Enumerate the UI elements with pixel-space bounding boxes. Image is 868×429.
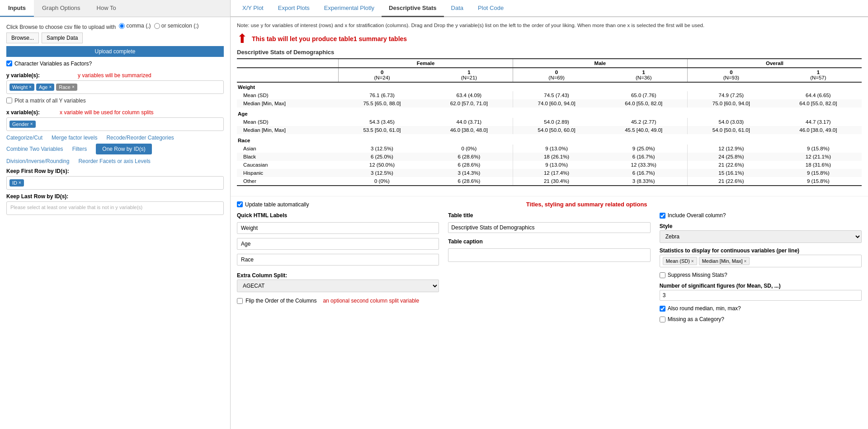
table-caption-label: Table caption: [448, 238, 650, 245]
tab-experimental[interactable]: Experimental Plotly: [317, 0, 382, 17]
table-row: Other0 (0%)6 (28.6%)21 (30.4%)3 (8.33%)2…: [237, 177, 862, 186]
filters-link[interactable]: Filters: [72, 144, 87, 154]
stats-table: Female Male Overall 0(N=24) 1(N=21) 0(N=…: [237, 58, 862, 186]
suppress-missing-label: Suppress Missing Stats?: [668, 272, 727, 278]
x-vars-label: x variable(s):: [6, 109, 40, 116]
comma-radio[interactable]: [119, 23, 125, 29]
table-row: Asian3 (12.5%)0 (0%)9 (13.0%)9 (25.0%)12…: [237, 145, 862, 153]
stats-tags-box[interactable]: Mean (SD) × Median [Min, Max] ×: [660, 255, 862, 267]
stats-tag-mean: Mean (SD) ×: [663, 257, 697, 265]
ql-race[interactable]: Race: [237, 254, 439, 266]
tab-descriptive-stats[interactable]: Descriptive Stats: [382, 0, 444, 17]
division-link[interactable]: Division/Inverse/Rounding: [6, 158, 69, 164]
suppress-missing-row: Suppress Missing Stats?: [660, 272, 862, 278]
table-section-row: Race: [237, 134, 862, 145]
y-vars-label: y variable(s):: [6, 72, 40, 79]
table-section-row: Age: [237, 107, 862, 118]
round-median-row: Also round median, min, max?: [660, 305, 862, 312]
options-col-2: Table title Table caption: [448, 212, 650, 322]
table-row: Median [Min, Max]53.5 [50.0, 61.0]46.0 […: [237, 126, 862, 134]
plot-matrix-checkbox[interactable]: [6, 98, 12, 103]
y-vars-input[interactable]: Weight × Age × Race ×: [6, 80, 224, 94]
x-vars-hint: x variable will be used for column split…: [60, 109, 153, 116]
keep-last-label: Keep Last Row by ID(s):: [6, 193, 224, 200]
recode-link[interactable]: Recode/Reorder Categories: [106, 135, 174, 141]
suppress-missing-checkbox[interactable]: [660, 272, 665, 278]
x-vars-input[interactable]: Gender ×: [6, 117, 224, 131]
merge-factor-link[interactable]: Merge factor levels: [52, 135, 97, 141]
table-row: Mean (SD)54.3 (3.45)44.0 (3.71)54.0 (2.8…: [237, 118, 862, 126]
tab-how-to[interactable]: How To: [89, 0, 124, 17]
tab-inputs[interactable]: Inputs: [0, 0, 34, 17]
arrow-up-icon: ⬆: [237, 33, 247, 45]
y-vars-hint: y variables will be summarized: [78, 72, 151, 79]
note-text: Note: use y for variables of interest (r…: [237, 22, 862, 29]
missing-cat-row: Missing as a Category?: [660, 316, 862, 322]
extra-col-label: Extra Column Split:: [237, 272, 439, 279]
comma-radio-label: comma (,): [119, 23, 151, 29]
bottom-section: Update table automatically Titles, styli…: [231, 196, 868, 327]
table-section-row: Weight: [237, 82, 862, 91]
semicolon-radio[interactable]: [154, 23, 160, 29]
missing-cat-checkbox[interactable]: [660, 317, 665, 322]
ql-age[interactable]: Age: [237, 238, 439, 250]
tag-id: ID ×: [9, 179, 24, 187]
hint-row: ⬆ This tab will let you produce table1 s…: [237, 33, 862, 45]
ql-weight[interactable]: Weight: [237, 222, 439, 234]
right-tabs: X/Y Plot Export Plots Experimental Plotl…: [231, 0, 868, 17]
options-col-3: Include Overall column? Style Zebra Stat…: [660, 212, 862, 322]
combine-vars-link[interactable]: Combine Two Variables: [6, 144, 63, 154]
char-vars-checkbox[interactable]: [6, 61, 12, 66]
table-row: Hispanic3 (12.5%)3 (14.3%)12 (17.4%)6 (1…: [237, 169, 862, 177]
one-row-button[interactable]: One Row by ID(s): [96, 144, 151, 154]
hint-text: This tab will let you produce table1 sum…: [252, 35, 407, 42]
table-row: Mean (SD)76.1 (6.73)63.4 (4.09)74.5 (7.4…: [237, 91, 862, 99]
tag-weight: Weight ×: [9, 84, 34, 91]
tab-xy-plot[interactable]: X/Y Plot: [235, 0, 271, 17]
table-caption-input[interactable]: [448, 248, 650, 262]
tab-data[interactable]: Data: [444, 0, 471, 17]
update-auto-row: Update table automatically: [237, 201, 309, 208]
sample-data-button[interactable]: Sample Data: [42, 33, 83, 43]
sig-figs-input[interactable]: [660, 290, 862, 301]
style-select[interactable]: Zebra: [660, 230, 862, 243]
flip-hint: an optional second column split variable: [323, 298, 419, 304]
include-overall-row: Include Overall column?: [660, 212, 862, 219]
tab-plot-code[interactable]: Plot Code: [471, 0, 511, 17]
update-auto-label: Update table automatically: [245, 201, 309, 208]
table-row: Median [Min, Max]75.5 [65.0, 88.0]62.0 […: [237, 99, 862, 107]
ql-label: Quick HTML Labels: [237, 212, 439, 219]
th-female: Female: [339, 59, 513, 68]
sig-figs-label: Number of significant figures (for Mean,…: [660, 283, 862, 289]
keep-first-input[interactable]: ID ×: [6, 176, 224, 190]
update-row: Update table automatically Titles, styli…: [237, 201, 862, 208]
keep-last-input[interactable]: Please select at least one variable that…: [6, 201, 224, 215]
stats-tag-median: Median [Min, Max] ×: [699, 257, 750, 265]
reorder-link[interactable]: Reorder Facets or axis Levels: [78, 158, 150, 164]
missing-cat-label: Missing as a Category?: [668, 316, 724, 322]
extra-col-select[interactable]: AGECAT: [237, 280, 439, 292]
titles-hint: Titles, styling and summary related opti…: [311, 201, 862, 208]
tab-export-plots[interactable]: Export Plots: [271, 0, 317, 17]
th-empty: [237, 59, 339, 68]
tab-graph-options[interactable]: Graph Options: [34, 0, 89, 17]
table-display-title: Descriptive Stats of Demographics: [237, 49, 862, 56]
flip-checkbox[interactable]: [237, 298, 243, 304]
include-overall-checkbox[interactable]: [660, 213, 665, 219]
table-title-input[interactable]: [448, 222, 650, 233]
left-panel: Inputs Graph Options How To Click Browse…: [0, 0, 231, 429]
round-median-label: Also round median, min, max?: [668, 305, 741, 312]
th-male: Male: [513, 59, 687, 68]
update-auto-checkbox[interactable]: [237, 201, 243, 207]
semicolon-radio-label: or semicolon (;): [154, 23, 199, 29]
browse-button[interactable]: Browse...: [6, 33, 39, 43]
tag-gender: Gender ×: [9, 121, 36, 128]
round-median-checkbox[interactable]: [660, 306, 665, 312]
browse-note: Click Browse to choose csv file to uploa…: [6, 23, 224, 30]
options-grid: Quick HTML Labels Weight Age Race Extra …: [237, 212, 862, 322]
flip-label: Flip the Order of the Columns: [245, 298, 316, 304]
th-overall: Overall: [688, 59, 862, 68]
categorize-cut-link[interactable]: Categorize/Cut: [6, 135, 42, 141]
table-title-label: Table title: [448, 212, 650, 219]
table-row: Black6 (25.0%)6 (28.6%)18 (26.1%)6 (16.7…: [237, 153, 862, 161]
